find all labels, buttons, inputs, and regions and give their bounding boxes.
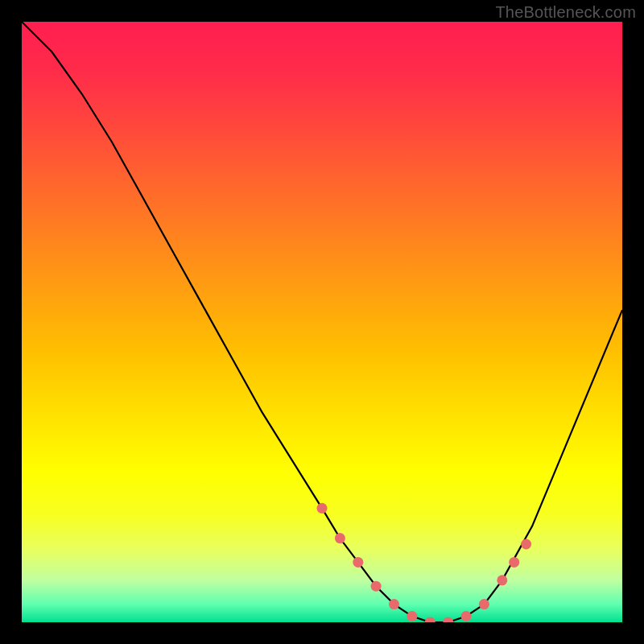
marker-dot (521, 539, 531, 550)
marker-dot (317, 503, 328, 514)
marker-dot (335, 533, 345, 543)
marker-dot (353, 557, 363, 568)
marker-dot (407, 611, 417, 621)
marker-dot (371, 581, 382, 592)
marker-dot (389, 599, 399, 609)
marker-dot (425, 617, 436, 623)
bottleneck-curve (22, 22, 622, 622)
marker-dot (509, 557, 519, 568)
marker-dot (443, 617, 453, 623)
marker-group (317, 503, 532, 622)
marker-dot (497, 575, 507, 585)
chart-frame: TheBottleneck.com (0, 0, 644, 644)
chart-svg (22, 22, 622, 622)
watermark-text: TheBottleneck.com (495, 3, 636, 22)
marker-dot (461, 611, 472, 621)
marker-dot (479, 599, 489, 609)
